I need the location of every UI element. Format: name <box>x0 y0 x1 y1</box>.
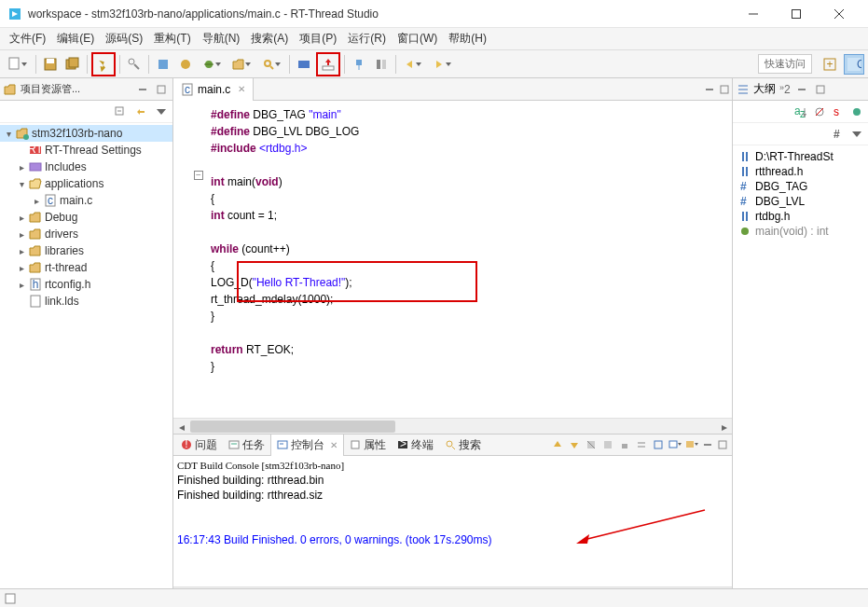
sort-icon[interactable]: az <box>793 104 808 119</box>
console-pin-icon[interactable] <box>650 436 667 453</box>
outline-item[interactable]: #DBG_TAG <box>735 179 866 194</box>
console-down-icon[interactable] <box>566 436 583 453</box>
menu-help[interactable]: 帮助(H) <box>443 28 492 49</box>
outline-item[interactable]: rtdbg.h <box>735 209 866 224</box>
scroll-left-icon[interactable]: ◂ <box>173 419 189 435</box>
tree-item[interactable]: ▸Debug <box>0 209 172 226</box>
menu-refactor[interactable]: 重构(T) <box>148 28 196 49</box>
tree-item[interactable]: ▾applications <box>0 175 172 192</box>
search-button[interactable] <box>257 54 285 75</box>
minimize-outline-icon[interactable] <box>794 82 809 97</box>
tab-problems[interactable]: !问题 <box>175 435 223 456</box>
tree-item[interactable]: RTRT-Thread Settings <box>0 142 172 159</box>
tree-item[interactable]: ▸rt-thread <box>0 259 172 276</box>
maximize-outline-icon[interactable] <box>813 82 828 97</box>
sdk-button[interactable] <box>294 54 314 75</box>
console-scroll-lock-icon[interactable] <box>616 436 633 453</box>
minimize-button[interactable] <box>732 0 775 28</box>
tree-item[interactable]: ▸hrtconfig.h <box>0 276 172 293</box>
console-up-icon[interactable] <box>549 436 566 453</box>
pin-button[interactable] <box>349 54 369 75</box>
menu-navigate[interactable]: 导航(N) <box>197 28 246 49</box>
outline-list[interactable]: D:\RT-ThreadStrtthread.h#DBG_TAG#DBG_LVL… <box>733 145 868 602</box>
quick-access[interactable]: 快速访问 <box>758 54 812 74</box>
outline-item[interactable]: rtthread.h <box>735 164 866 179</box>
tool-button[interactable] <box>124 54 145 75</box>
code-editor[interactable]: − #define DBG_TAG "main" #define DBG_LVL… <box>173 101 732 418</box>
menu-window[interactable]: 窗口(W) <box>392 28 443 49</box>
maximize-view-icon[interactable] <box>154 82 169 97</box>
minimize-view-icon[interactable] <box>135 82 150 97</box>
svg-marker-30 <box>416 62 421 66</box>
tree-item[interactable]: ▸cmain.c <box>0 192 172 209</box>
minimize-bottom-icon[interactable] <box>700 437 715 452</box>
new-button[interactable] <box>4 54 32 75</box>
tab-console[interactable]: 控制台✕ <box>270 434 344 457</box>
minimize-editor-icon[interactable] <box>702 82 717 97</box>
tree-item[interactable]: ▸libraries <box>0 242 172 259</box>
tab-search[interactable]: 搜索 <box>439 435 487 456</box>
close-console-icon[interactable]: ✕ <box>330 440 338 450</box>
svg-rect-107 <box>6 594 15 603</box>
app-icon <box>7 7 22 21</box>
outline-item[interactable]: #DBG_LVL <box>735 194 866 209</box>
collapse-all-icon[interactable] <box>113 104 128 119</box>
hide-nonpublic-icon[interactable] <box>849 104 864 119</box>
download-button[interactable] <box>316 52 340 76</box>
menu-edit[interactable]: 编辑(E) <box>51 28 100 49</box>
outline-item[interactable]: D:\RT-ThreadSt <box>735 149 866 164</box>
hide-fields-icon[interactable] <box>812 104 827 119</box>
tab-terminal[interactable]: >终端 <box>392 435 439 456</box>
link-editor-icon[interactable] <box>133 104 148 119</box>
outline-item[interactable]: main(void) : int <box>735 224 866 239</box>
close-button[interactable] <box>818 0 861 28</box>
console-clear-icon[interactable] <box>583 436 599 453</box>
save-button[interactable] <box>40 54 61 75</box>
hash-icon[interactable]: # <box>831 127 846 142</box>
editor-tab-main[interactable]: c main.c ✕ <box>173 78 254 101</box>
console-open-icon[interactable] <box>683 436 700 453</box>
back-button[interactable] <box>400 54 428 75</box>
close-tab-icon[interactable]: ✕ <box>238 84 245 94</box>
tree-item[interactable]: ▸drivers <box>0 226 172 242</box>
maximize-bottom-icon[interactable] <box>715 437 730 452</box>
menu-source[interactable]: 源码(S) <box>100 28 148 49</box>
menu-search[interactable]: 搜索(A) <box>245 28 294 49</box>
hide-static-icon[interactable]: s <box>831 104 846 119</box>
perspective-c-button[interactable]: C <box>844 54 864 75</box>
svg-text:c: c <box>185 83 190 96</box>
tree-item[interactable]: link.lds <box>0 293 172 310</box>
editor-scroll-h[interactable]: ◂ ▸ <box>173 418 732 434</box>
svg-marker-76 <box>678 443 682 446</box>
debug-button[interactable] <box>198 54 226 75</box>
menu-run[interactable]: 运行(R) <box>342 28 392 49</box>
console-display-icon[interactable] <box>667 436 683 453</box>
project-tree[interactable]: ▾stm32f103rb-nanoRTRT-Thread Settings▸In… <box>0 123 172 602</box>
tab-tasks[interactable]: 任务 <box>223 435 270 456</box>
svg-rect-98 <box>742 152 744 161</box>
save-all-button[interactable] <box>62 54 83 75</box>
menu-file[interactable]: 文件(F) <box>4 28 51 49</box>
perspective-open-button[interactable]: + <box>820 54 840 75</box>
maximize-button[interactable] <box>775 0 818 28</box>
console-output[interactable]: CDT Build Console [stm32f103rb-nano] Fin… <box>173 456 732 586</box>
build-button[interactable] <box>91 52 116 76</box>
svg-rect-13 <box>158 60 168 69</box>
console-wrap-icon[interactable] <box>633 436 650 453</box>
tab-properties[interactable]: 属性 <box>344 435 392 456</box>
tree-item[interactable]: ▾stm32f103rb-nano <box>0 125 172 142</box>
fold-icon[interactable]: − <box>194 171 203 180</box>
scroll-right-icon[interactable]: ▸ <box>716 419 732 435</box>
maximize-editor-icon[interactable] <box>717 82 732 97</box>
open-button[interactable] <box>227 54 255 75</box>
svg-rect-23 <box>323 66 334 70</box>
toggle-button[interactable] <box>371 54 392 75</box>
view-menu-outline-icon[interactable] <box>849 127 864 142</box>
stop-button[interactable] <box>153 54 173 75</box>
tree-item[interactable]: ▸Includes <box>0 159 172 175</box>
forward-button[interactable] <box>430 54 458 75</box>
view-menu-icon[interactable] <box>154 104 169 119</box>
menu-project[interactable]: 项目(P) <box>294 28 342 49</box>
skip-button[interactable] <box>175 54 196 75</box>
console-clear2-icon[interactable] <box>599 436 616 453</box>
